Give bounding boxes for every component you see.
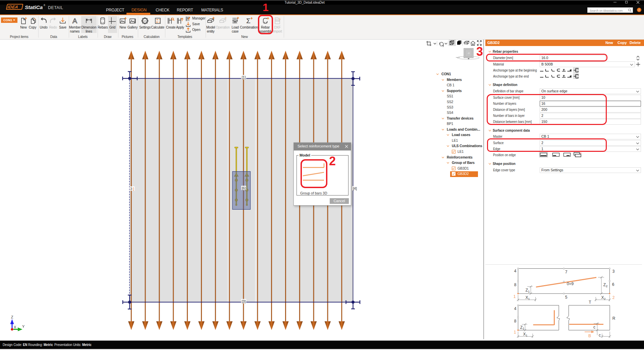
svg-text:X: X — [14, 325, 16, 329]
svg-text:A: A — [72, 17, 77, 25]
svg-text:T: T — [589, 300, 591, 305]
svg-text:c: c — [599, 333, 601, 338]
svg-text:-X: -X — [468, 52, 470, 54]
svg-text:c: c — [593, 325, 595, 330]
svg-text:4: 4 — [514, 306, 517, 311]
svg-text:4: 4 — [514, 269, 517, 273]
svg-text:Z1: Z1 — [520, 325, 524, 331]
svg-text::]: :] — [132, 187, 134, 191]
svg-text:0=9: 0=9 — [567, 281, 574, 286]
svg-text:IDEA: IDEA — [7, 5, 18, 9]
svg-text:Z1: Z1 — [526, 288, 530, 293]
svg-text:DETAIL: DETAIL — [48, 5, 63, 10]
svg-text:R: R — [612, 316, 615, 321]
svg-text:Z2: Z2 — [603, 282, 607, 288]
svg-text:X2: X2 — [601, 295, 605, 301]
svg-text:Z: Z — [11, 315, 13, 319]
svg-text:®: ® — [44, 4, 45, 6]
svg-text:8: 8 — [514, 319, 517, 323]
svg-text:6: 6 — [612, 282, 614, 287]
svg-text:5: 5 — [565, 295, 568, 300]
svg-text:1: 1 — [514, 294, 516, 299]
svg-text:7: 7 — [565, 270, 568, 274]
svg-text:B: B — [588, 334, 591, 338]
svg-text:1: 1 — [514, 330, 516, 335]
svg-text:</>: </> — [143, 19, 147, 23]
svg-text:[3]: [3] — [242, 299, 246, 303]
svg-text:Y: Y — [22, 324, 25, 329]
svg-text:X1: X1 — [525, 295, 530, 301]
svg-text:8: 8 — [514, 282, 517, 287]
svg-text:3: 3 — [612, 269, 615, 274]
svg-text:[4]: [4] — [353, 186, 357, 190]
svg-text:[6]: [6] — [242, 186, 246, 190]
svg-text:[1]: [1] — [242, 75, 246, 79]
svg-text:2: 2 — [612, 295, 615, 300]
svg-text:Σ: Σ — [246, 17, 251, 25]
svg-text:X1: X1 — [523, 332, 527, 337]
svg-text:StatiCa: StatiCa — [25, 4, 43, 10]
